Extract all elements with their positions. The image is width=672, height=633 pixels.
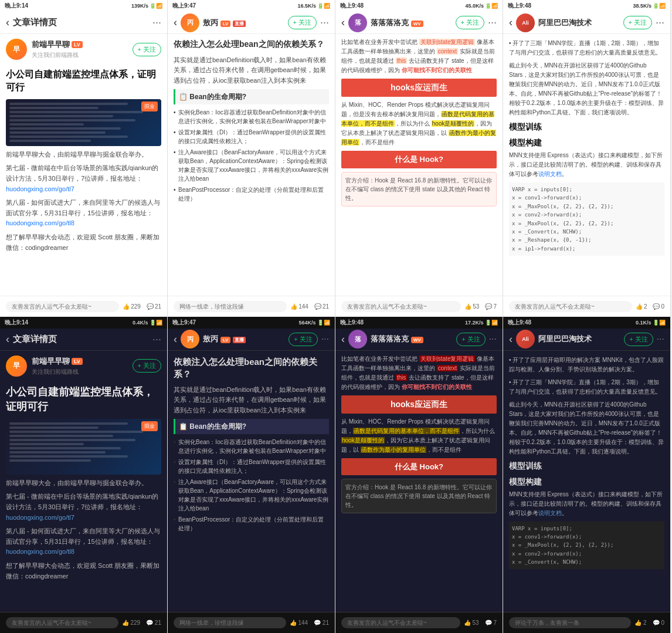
comment-action-3[interactable]: 💬 7	[485, 303, 497, 310]
like-action-3b[interactable]: 👍 53	[464, 620, 479, 626]
back-button-1b[interactable]: ‹	[6, 333, 9, 346]
nav-avatar-3: 落	[348, 13, 367, 32]
article-text-1b: 第七届 - 微前端在中后台等场景的落地实践/qiankun的设计方法，5月30日…	[6, 163, 161, 194]
like-action-4b[interactable]: 👍 2	[634, 620, 646, 626]
bean-item-0: 实例化Bean：Ioc容器通过获取BeanDefinition对象中的信息进行实…	[174, 108, 329, 126]
back-button-3b[interactable]: ‹	[341, 333, 345, 346]
comment-action-4b[interactable]: 💬 0	[653, 620, 664, 626]
more-button-4b[interactable]: ···	[657, 334, 664, 344]
nav-avatar-2: 丙	[181, 13, 199, 32]
comment-input-3b[interactable]	[341, 617, 460, 628]
like-action-4[interactable]: 👍 2	[636, 303, 647, 310]
more-button-4[interactable]: ···	[656, 16, 664, 29]
bean-item-2b-3: BeanPostProcessor：自定义的处理（分前置处理和后置处理）	[174, 515, 329, 533]
back-button-2[interactable]: ‹	[174, 16, 177, 29]
live-badge-2b: 直播	[233, 337, 246, 343]
ali-text-4b-3: 截止到今天，MNN在开源社区获得了近4000的Github Stars，这是大家…	[509, 400, 664, 456]
bottom-actions-1: 👍 229 💬 21	[123, 303, 161, 310]
article-image-1: 掘金	[6, 99, 161, 146]
back-button-1[interactable]: ‹	[6, 16, 9, 29]
bean-item-2b-1: 设置对象属性（DI）：通过BeanWrapper提供的设置属性的接口完成属性依赖…	[174, 458, 329, 475]
follow-button-4[interactable]: + 关注	[623, 16, 652, 29]
level-badge-2b: LV	[220, 337, 231, 343]
ali-section-4b-1: 模型训练	[509, 460, 664, 472]
like-action-2[interactable]: 👍 144	[290, 303, 308, 310]
time-2b: 晚上9:47	[172, 319, 196, 327]
more-button-1[interactable]: ···	[152, 16, 161, 29]
level-badge-1: LV	[72, 41, 83, 48]
status-bar-1: 晚上9:14 139K/s 🔋📶	[0, 0, 167, 12]
comment-input-2[interactable]	[174, 301, 287, 312]
article-text-1c: 第八届 - 如何面试进大厂，来自阿里等大厂的候选人与面试官分享，5月31日举行，…	[6, 198, 161, 229]
bottom-actions-3: 👍 53 💬 7	[464, 303, 497, 310]
more-button-2[interactable]: ···	[320, 16, 329, 29]
back-button-4b[interactable]: ‹	[509, 333, 513, 346]
comment-action-1b[interactable]: 💬 21	[146, 620, 161, 626]
bottom-bar-4: 👍 2 💬 0	[503, 296, 670, 317]
icons-2b: 564K/s 🔋📶	[298, 320, 330, 326]
bean-item-1: 设置对象属性（DI）：通过BeanWrapper提供的设置属性的接口完成属性依赖…	[174, 128, 329, 145]
author-name-1: 前端早早聊 LV	[32, 39, 128, 50]
follow-button-3b[interactable]: + 关注	[456, 333, 485, 346]
status-bar-2b: 晚上9:47 564K/s 🔋📶	[168, 317, 335, 329]
follow-button-1[interactable]: + 关注	[133, 43, 161, 56]
comment-action-2[interactable]: 💬 21	[314, 303, 329, 310]
nav-bar-4b: ‹ Ali 阿里巴巴淘技术 + 关注 ···	[503, 329, 670, 351]
dep-title-2b: 依赖注入怎么处理bean之间的依赖关系？	[174, 356, 329, 380]
comment-input-4b[interactable]	[509, 617, 631, 628]
follow-button-2b[interactable]: + 关注	[289, 333, 317, 346]
follow-button-4b[interactable]: + 关注	[624, 333, 653, 346]
follow-button-1b[interactable]: + 关注	[133, 359, 161, 373]
ali-text-3: MNN支持使用 Express（表达式）接口来构建模型，如下所示，接口还是比较简…	[509, 151, 664, 179]
comment-action-1[interactable]: 💬 21	[147, 303, 161, 310]
nav-title-1b: 文章详情页	[13, 334, 152, 345]
like-action-3[interactable]: 👍 53	[464, 303, 479, 310]
comment-input-4[interactable]	[509, 301, 632, 312]
comment-input-1[interactable]	[6, 301, 119, 312]
level-badge-3: WV	[411, 21, 423, 27]
like-action-1b[interactable]: 👍 229	[122, 620, 140, 626]
back-button-4[interactable]: ‹	[509, 16, 513, 29]
intro-text-3: 比如笔者在业务开发中尝试把 关联到state复用逻辑 像基本工具函数一样单独抽离…	[341, 38, 497, 75]
follow-sub-1: 关注我们前端路线	[32, 51, 128, 59]
more-button-2b[interactable]: ···	[321, 334, 329, 344]
comment-icon-3: 💬	[485, 303, 492, 310]
bean-section-2: 📋 Bean的生命周期?	[174, 89, 329, 104]
comment-action-3b[interactable]: 💬 7	[485, 620, 497, 626]
bottom-actions-2b: 👍 144 💬 21	[290, 620, 329, 626]
ali-text-4b-4: MNN支持使用 Express（表达式）接口来构建模型，如下所示，接口还是比较简…	[509, 490, 664, 518]
nav-bar-1b: ‹ 文章详情页 ···	[0, 329, 167, 351]
follow-button-2[interactable]: + 关注	[288, 16, 317, 29]
like-action-1[interactable]: 👍 229	[123, 303, 141, 310]
more-button-1b[interactable]: ···	[152, 333, 161, 346]
avatar-1b: 早	[6, 356, 27, 377]
follow-button-3[interactable]: + 关注	[456, 16, 484, 29]
content-area-1b: 小公司自建前端监控埋点体系，证明可行 掘金 前端早早聊大会，由前端早早聊与掘金联…	[0, 381, 167, 612]
time-2: 晚上9:47	[172, 2, 196, 10]
back-button-2b[interactable]: ‹	[174, 333, 177, 346]
avatar-1: 早	[6, 39, 27, 60]
panel-2b: 晚上9:47 564K/s 🔋📶 ‹ 丙 敖丙 LV 直播 + 关注 ··· 依…	[168, 317, 335, 634]
ali-text-1: • 开了了三期「MNN学院」直播（1期，2期，3期），增加了与用户们交流，也获得…	[509, 39, 664, 57]
comment-action-2b[interactable]: 💬 21	[314, 620, 329, 626]
nav-author-4: 阿里巴巴淘技术	[538, 18, 620, 28]
comment-icon-4: 💬	[653, 303, 660, 310]
level-badge-1b: LV	[72, 358, 83, 365]
comment-input-3[interactable]	[341, 301, 461, 312]
panel-4: 晚上9:48 38.5K/s 🔋📶 ‹ Ali 阿里巴巴淘技术 + 关注 ···…	[503, 0, 671, 317]
ali-code-block-4: VARP x = inputs[0]; x = conv1->forward(x…	[509, 182, 664, 256]
like-action-2b[interactable]: 👍 144	[290, 620, 308, 626]
bottom-bar-1: 👍 229 💬 21	[0, 296, 167, 317]
more-button-3b[interactable]: ···	[489, 334, 497, 344]
comment-input-2b[interactable]	[174, 617, 286, 628]
back-button-3[interactable]: ‹	[341, 16, 345, 29]
comment-action-4[interactable]: 💬 0	[653, 303, 664, 310]
article-title-1: 小公司自建前端监控埋点体系，证明可行	[6, 68, 161, 94]
nav-bar-4: ‹ Ali 阿里巴巴淘技术 + 关注 ···	[503, 12, 670, 34]
like-icon-3: 👍	[464, 303, 471, 310]
comment-input-1b[interactable]	[6, 617, 118, 628]
nav-avatar-4b: Ali	[516, 330, 535, 348]
hooks-content-3: 从 Mixin、HOC、Render Props 模式解决状态逻辑复用问题，但是…	[341, 100, 497, 147]
more-button-3[interactable]: ···	[488, 16, 497, 29]
content-area-2: 依赖注入怎么处理bean之间的依赖关系？ 其实就是通过beanDefinitio…	[168, 34, 335, 296]
